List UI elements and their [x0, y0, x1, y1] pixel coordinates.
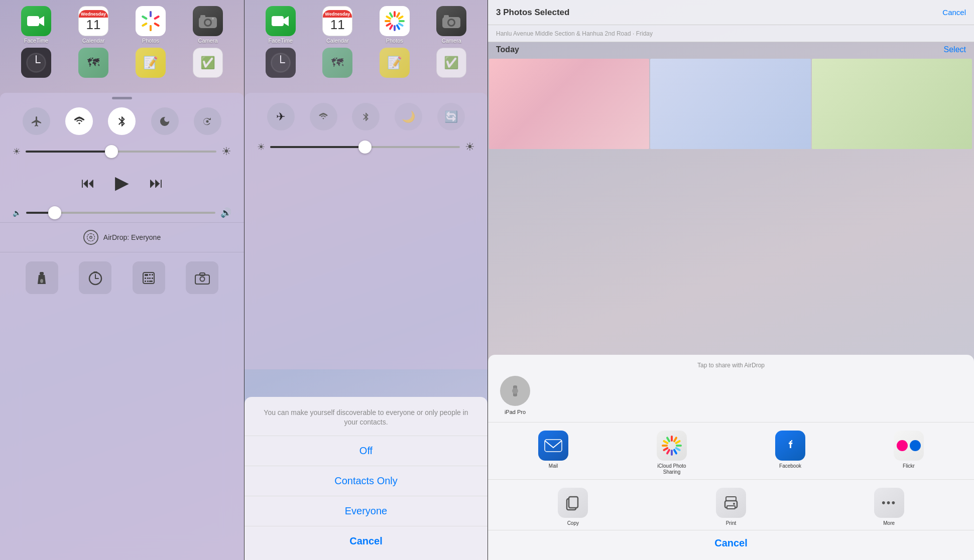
share-action-print[interactable]: Print	[708, 488, 754, 526]
svg-point-88	[733, 503, 735, 505]
photos-label: Photos	[142, 38, 159, 44]
icon-row-1: FaceTime Wednesday 11 Calendar	[10, 6, 234, 44]
reminders-icon: ✅	[193, 48, 223, 78]
app-maps[interactable]: 🗺	[72, 48, 115, 78]
p2-dnd-button[interactable]: 🌙	[395, 103, 422, 130]
flickr-blue-dot	[910, 440, 921, 451]
share-app-mail[interactable]: Mail	[531, 431, 576, 469]
app-reminders[interactable]: ✅	[187, 48, 229, 78]
airdrop-device-ipad[interactable]: iPad Pro	[500, 376, 530, 415]
app-photos[interactable]: Photos	[130, 6, 172, 44]
svg-rect-61	[444, 15, 449, 18]
volume-slider-row: 🔈 🔊	[0, 203, 244, 222]
mail-share-label: Mail	[549, 463, 558, 469]
p2-calendar-label: Calendar	[326, 38, 349, 44]
app-camera[interactable]: Camera	[187, 6, 229, 44]
p2-facetime-label: FaceTime	[269, 38, 293, 44]
rewind-button[interactable]: ⏮	[81, 175, 95, 191]
camera-label: Camera	[198, 38, 217, 44]
photos-select-button[interactable]: Select	[944, 45, 966, 54]
p2-photos[interactable]: Photos	[373, 6, 416, 44]
airdrop-label: AirDrop: Everyone	[103, 233, 161, 241]
share-action-more[interactable]: ••• More	[867, 488, 912, 526]
share-cancel-row[interactable]: Cancel	[488, 530, 974, 556]
brightness-high-icon: ☀	[221, 145, 231, 158]
p2-cal-day-name: Wednesday	[323, 10, 352, 18]
photos-header: 3 Photos Selected Cancel	[488, 0, 974, 25]
p2-reminders[interactable]: ✅	[430, 48, 473, 78]
svg-line-75	[676, 448, 680, 450]
share-cancel-label: Cancel	[714, 537, 748, 549]
svg-point-27	[40, 279, 43, 283]
icloud-share-icon	[657, 431, 687, 461]
p2-maps[interactable]: 🗺	[316, 48, 359, 78]
camera-quick-button[interactable]	[186, 261, 218, 294]
photo-thumb-1[interactable]	[489, 59, 649, 149]
p2-notes[interactable]: 📝	[373, 48, 416, 78]
volume-track[interactable]	[26, 212, 215, 214]
p2-icon-row-2: 🗺 📝 ✅	[255, 48, 477, 78]
volume-thumb[interactable]	[48, 206, 61, 219]
p2-camera[interactable]: Camera	[430, 6, 473, 44]
do-not-disturb-button[interactable]	[151, 107, 179, 135]
airdrop-off-option[interactable]: Off	[245, 436, 488, 466]
bluetooth-button[interactable]	[108, 107, 136, 135]
svg-line-82	[667, 438, 669, 441]
svg-rect-26	[40, 272, 44, 275]
print-action-icon	[716, 488, 746, 518]
share-app-flickr[interactable]: Flickr	[886, 431, 931, 469]
svg-rect-39	[152, 277, 153, 279]
p2-bt-button[interactable]	[352, 103, 380, 130]
p2-brightness-thumb[interactable]	[358, 141, 372, 154]
svg-point-18	[205, 20, 210, 25]
panel2-icon-row: FaceTime Wednesday 11 Calendar	[255, 6, 477, 44]
fast-forward-button[interactable]: ⏭	[149, 175, 163, 191]
p2-calendar[interactable]: Wednesday 11 Calendar	[316, 6, 359, 44]
p2-wifi-button[interactable]	[310, 103, 337, 130]
airplane-mode-button[interactable]	[23, 107, 50, 135]
calculator-button[interactable]	[133, 261, 165, 294]
share-action-copy[interactable]: Copy	[550, 488, 595, 526]
flashlight-button[interactable]	[26, 261, 58, 294]
app-notes[interactable]: 📝	[130, 48, 172, 78]
photos-cancel-button[interactable]: Cancel	[942, 8, 966, 17]
notes-icon: 📝	[136, 48, 166, 78]
airdrop-contacts-option[interactable]: Contacts Only	[245, 466, 488, 496]
p2-airplane-button[interactable]: ✈	[267, 103, 295, 130]
share-app-icloud[interactable]: iCloud Photo Sharing	[649, 431, 694, 475]
mail-share-icon	[538, 431, 568, 461]
photo-thumb-3[interactable]	[812, 59, 972, 149]
svg-point-69	[512, 388, 518, 394]
p2-clock[interactable]	[259, 48, 302, 78]
svg-rect-84	[569, 497, 578, 508]
brightness-thumb[interactable]	[105, 145, 118, 158]
p2-photos-icon	[380, 6, 410, 36]
timer-button[interactable]	[79, 261, 111, 294]
svg-rect-45	[272, 16, 284, 26]
brightness-track[interactable]	[26, 151, 216, 153]
ipad-device-icon	[500, 376, 530, 406]
photo-thumb-2[interactable]	[650, 59, 810, 149]
svg-line-78	[667, 450, 669, 454]
wifi-button[interactable]	[65, 107, 93, 135]
brightness-low-icon: ☀	[13, 146, 21, 157]
app-calendar[interactable]: Wednesday 11 Calendar	[72, 6, 115, 44]
airdrop-everyone-option[interactable]: Everyone	[245, 496, 488, 526]
panel-2: FaceTime Wednesday 11 Calendar	[244, 0, 488, 560]
p2-brightness-track[interactable]	[270, 146, 460, 148]
p2-notes-icon: 📝	[380, 48, 410, 78]
p2-cc-bg: ✈ 🌙 🔄 ☀ ☀	[245, 93, 488, 369]
share-sheet: Tap to share with AirDrop iPad Pro	[488, 355, 974, 560]
volume-low-icon: 🔈	[13, 209, 21, 217]
app-facetime[interactable]: FaceTime	[15, 6, 58, 44]
play-button[interactable]: ▶	[115, 172, 129, 193]
rotation-lock-button[interactable]	[194, 107, 221, 135]
p2-facetime[interactable]: FaceTime	[259, 6, 302, 44]
airdrop-cancel-button[interactable]: Cancel	[245, 526, 488, 556]
app-clock[interactable]	[15, 48, 58, 78]
p2-rot-button[interactable]: 🔄	[437, 103, 465, 130]
share-app-facebook[interactable]: Facebook	[768, 431, 813, 469]
airdrop-row[interactable]: AirDrop: Everyone	[0, 222, 244, 252]
photos-today-label: Today	[496, 45, 519, 54]
p2-brightness-fill	[270, 146, 365, 148]
